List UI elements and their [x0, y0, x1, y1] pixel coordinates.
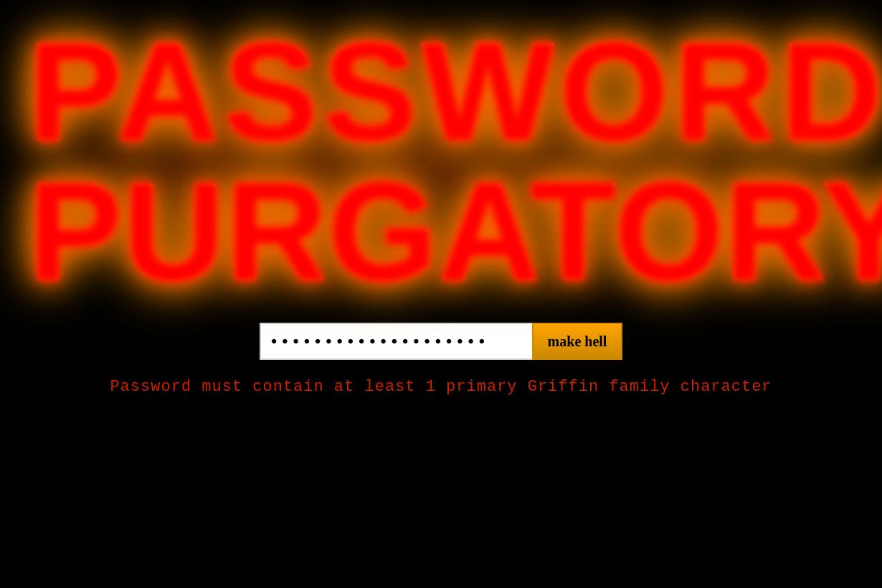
submit-button[interactable]: make hell: [532, 323, 623, 360]
error-message: Password must contain at least 1 primary…: [110, 378, 772, 396]
title-line1: PASSWORD: [29, 22, 853, 161]
password-input[interactable]: [260, 323, 532, 360]
title-container: PASSWORD PURGATORY: [0, 22, 882, 301]
input-section: make hell: [260, 323, 623, 360]
title-line2: PURGATORY: [29, 161, 853, 301]
